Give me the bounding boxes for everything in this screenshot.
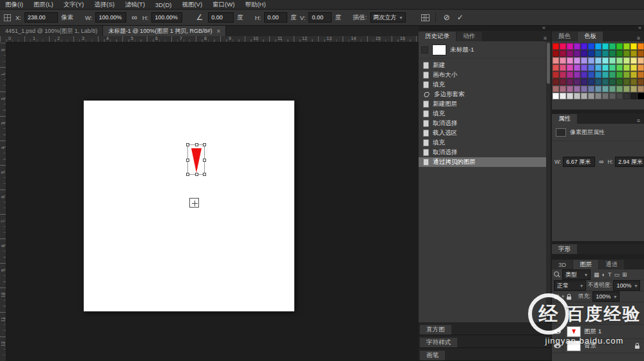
color-swatch[interactable] <box>588 79 594 85</box>
color-swatch[interactable] <box>623 50 630 57</box>
history-step[interactable]: 新建 <box>419 61 546 70</box>
color-swatch[interactable] <box>595 93 601 99</box>
color-swatch[interactable] <box>623 64 630 71</box>
color-swatch[interactable] <box>553 79 559 85</box>
collapse-history-icon[interactable]: « <box>542 25 545 31</box>
color-swatch[interactable] <box>616 50 623 57</box>
color-swatch[interactable] <box>560 50 566 57</box>
color-swatch[interactable] <box>595 50 601 57</box>
history-step[interactable]: 载入选区 <box>419 128 546 138</box>
blend-mode-select[interactable]: 正常▾ <box>554 280 586 291</box>
color-swatch[interactable] <box>588 86 594 92</box>
color-swatch[interactable] <box>588 64 594 71</box>
color-swatch[interactable] <box>567 64 573 71</box>
color-swatch[interactable] <box>595 43 601 50</box>
color-swatch[interactable] <box>602 43 609 50</box>
link-icon[interactable]: ∞ <box>597 159 605 165</box>
menu-item[interactable]: 选择(S) <box>89 0 120 10</box>
color-swatch[interactable] <box>588 93 594 99</box>
color-swatch[interactable] <box>574 72 580 78</box>
color-swatch[interactable] <box>588 43 594 50</box>
color-swatch[interactable] <box>595 79 601 85</box>
color-swatch[interactable] <box>567 93 573 99</box>
transform-handle[interactable] <box>203 159 206 162</box>
tab-properties[interactable]: 属性 <box>552 114 577 124</box>
menu-item[interactable]: 图像(I) <box>0 0 28 10</box>
history-step[interactable]: 填充 <box>419 109 546 119</box>
filter-kind-icon[interactable]: ⊞ <box>622 272 627 278</box>
history-scrollbar[interactable] <box>546 41 551 322</box>
transform-handle[interactable] <box>203 143 206 146</box>
color-swatch[interactable] <box>574 93 580 99</box>
color-swatch[interactable] <box>602 79 609 85</box>
color-swatch[interactable] <box>616 86 623 92</box>
history-snapshot-row[interactable]: 未标题-1 <box>419 41 546 59</box>
panel-menu-icon[interactable]: ≡ <box>540 35 551 41</box>
history-step[interactable]: 通过拷贝的图层 <box>419 157 546 167</box>
color-swatch[interactable] <box>602 57 609 64</box>
color-swatch[interactable] <box>560 57 566 64</box>
tab-layers[interactable]: 图层 <box>573 260 598 269</box>
color-swatch[interactable] <box>623 72 630 78</box>
color-swatch[interactable] <box>581 43 587 50</box>
tab-color[interactable]: 颜色 <box>552 32 577 41</box>
tab-history[interactable]: 历史记录 <box>419 32 456 41</box>
filter-kind-icon[interactable]: ◐ <box>602 272 605 278</box>
prop-height-input[interactable]: 2.94 厘米 <box>615 157 644 167</box>
prop-width-input[interactable]: 6.67 厘米 <box>563 157 595 167</box>
color-swatch[interactable] <box>560 43 566 50</box>
link-dimensions-icon[interactable]: ∞ <box>129 14 139 21</box>
angle-input[interactable]: 0.00 <box>208 12 234 23</box>
tab-channels[interactable]: 通道 <box>599 260 624 269</box>
history-step[interactable]: 填充 <box>419 138 546 148</box>
transform-handle[interactable] <box>186 143 189 146</box>
color-swatch[interactable] <box>553 57 559 64</box>
color-swatch[interactable] <box>602 64 609 71</box>
transform-handle[interactable] <box>195 143 198 146</box>
color-swatch[interactable] <box>630 93 637 99</box>
filter-type-select[interactable]: 类型▾ <box>562 269 591 280</box>
menu-item[interactable]: 3D(D) <box>150 0 176 10</box>
vskew-input[interactable]: 0.00 <box>308 12 332 23</box>
filter-kind-icon[interactable]: T <box>608 272 612 278</box>
color-swatch[interactable] <box>581 64 587 71</box>
transform-bounding-box[interactable] <box>187 144 205 175</box>
color-swatch[interactable] <box>567 57 573 64</box>
color-swatch[interactable] <box>595 57 601 64</box>
history-step[interactable]: 填充 <box>419 80 546 90</box>
color-swatch[interactable] <box>574 79 580 85</box>
color-swatch[interactable] <box>560 64 566 71</box>
color-swatch[interactable] <box>638 64 644 71</box>
transform-handle[interactable] <box>186 173 189 176</box>
commit-transform-icon[interactable]: ✓ <box>455 14 466 21</box>
opacity-input[interactable]: 100%▾ <box>613 280 640 291</box>
color-swatch[interactable] <box>602 93 609 99</box>
color-swatch[interactable] <box>638 86 644 92</box>
color-swatch[interactable] <box>623 43 630 50</box>
color-swatch[interactable] <box>609 57 616 64</box>
color-swatch[interactable] <box>630 64 637 71</box>
color-swatch[interactable] <box>595 64 601 71</box>
menu-item[interactable]: 视图(V) <box>176 0 207 10</box>
color-swatch[interactable] <box>581 79 587 85</box>
color-swatch[interactable] <box>588 50 594 57</box>
ruler-horizontal[interactable]: 012345678910111213141516 <box>0 36 419 43</box>
color-swatch[interactable] <box>567 86 573 92</box>
menu-item[interactable]: 帮助(H) <box>240 0 270 10</box>
menu-item[interactable]: 窗口(W) <box>207 0 240 10</box>
cancel-transform-icon[interactable]: ⊘ <box>442 14 452 21</box>
menu-item[interactable]: 滤镜(T) <box>120 0 150 10</box>
scrollbar-thumb[interactable] <box>547 43 550 84</box>
color-swatch[interactable] <box>595 86 601 92</box>
color-swatch[interactable] <box>616 93 623 99</box>
color-swatch[interactable] <box>609 43 616 50</box>
color-swatch[interactable] <box>638 50 644 57</box>
panel-menu-icon[interactable]: ≡ <box>633 35 644 41</box>
x-input[interactable]: 238.00 <box>24 12 58 23</box>
collapsed-panel-tab[interactable]: 字符样式 <box>420 338 457 347</box>
color-swatch[interactable] <box>574 64 580 71</box>
color-swatch[interactable] <box>560 72 566 78</box>
color-swatch[interactable] <box>638 93 644 99</box>
color-swatch[interactable] <box>609 93 616 99</box>
warp-mode-icon[interactable] <box>421 14 430 21</box>
